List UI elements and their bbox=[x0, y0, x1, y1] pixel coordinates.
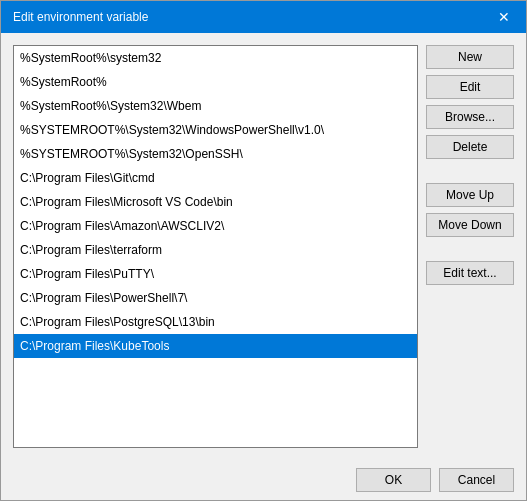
list-item[interactable]: C:\Program Files\Git\cmd bbox=[14, 166, 417, 190]
new-button[interactable]: New bbox=[426, 45, 514, 69]
dialog-footer: OK Cancel bbox=[1, 460, 526, 500]
move-down-button[interactable]: Move Down bbox=[426, 213, 514, 237]
list-item[interactable]: %SYSTEMROOT%\System32\WindowsPowerShell\… bbox=[14, 118, 417, 142]
list-item[interactable]: C:\Program Files\PowerShell\7\ bbox=[14, 286, 417, 310]
spacer2 bbox=[426, 243, 514, 255]
list-item[interactable]: %SYSTEMROOT%\System32\OpenSSH\ bbox=[14, 142, 417, 166]
list-item[interactable]: C:\Program Files\terraform bbox=[14, 238, 417, 262]
dialog-body: %SystemRoot%\system32%SystemRoot%%System… bbox=[1, 33, 526, 460]
list-item[interactable]: C:\Program Files\Amazon\AWSCLIV2\ bbox=[14, 214, 417, 238]
action-buttons: New Edit Browse... Delete Move Up Move D… bbox=[426, 45, 514, 448]
ok-button[interactable]: OK bbox=[356, 468, 431, 492]
list-item[interactable]: %SystemRoot%\System32\Wbem bbox=[14, 94, 417, 118]
list-item[interactable]: C:\Program Files\PuTTY\ bbox=[14, 262, 417, 286]
list-item[interactable]: C:\Program Files\PostgreSQL\13\bin bbox=[14, 310, 417, 334]
edit-button[interactable]: Edit bbox=[426, 75, 514, 99]
move-up-button[interactable]: Move Up bbox=[426, 183, 514, 207]
delete-button[interactable]: Delete bbox=[426, 135, 514, 159]
list-item[interactable]: %SystemRoot%\system32 bbox=[14, 46, 417, 70]
spacer1 bbox=[426, 165, 514, 177]
dialog-title: Edit environment variable bbox=[13, 10, 148, 24]
edit-text-button[interactable]: Edit text... bbox=[426, 261, 514, 285]
list-item[interactable]: C:\Program Files\Microsoft VS Code\bin bbox=[14, 190, 417, 214]
close-button[interactable]: ✕ bbox=[494, 10, 514, 24]
browse-button[interactable]: Browse... bbox=[426, 105, 514, 129]
cancel-button[interactable]: Cancel bbox=[439, 468, 514, 492]
title-bar: Edit environment variable ✕ bbox=[1, 1, 526, 33]
env-var-list[interactable]: %SystemRoot%\system32%SystemRoot%%System… bbox=[13, 45, 418, 448]
dialog: Edit environment variable ✕ %SystemRoot%… bbox=[0, 0, 527, 501]
list-item[interactable]: C:\Program Files\KubeTools bbox=[14, 334, 417, 358]
list-item[interactable]: %SystemRoot% bbox=[14, 70, 417, 94]
